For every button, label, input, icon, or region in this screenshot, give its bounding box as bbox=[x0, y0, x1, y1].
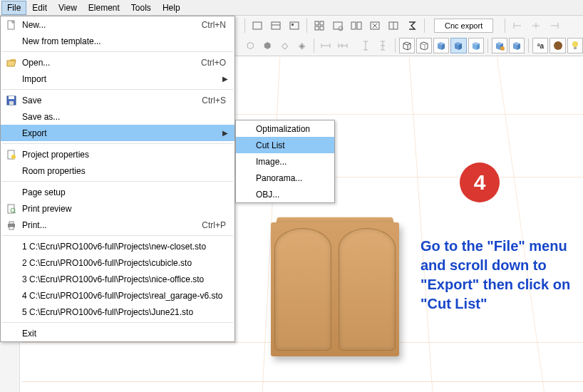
svg-point-31 bbox=[554, 41, 562, 50]
tool-icon[interactable] bbox=[286, 18, 303, 33]
view-hidden-icon[interactable] bbox=[416, 38, 432, 53]
new-file-icon bbox=[4, 20, 19, 30]
svg-rect-38 bbox=[9, 96, 14, 99]
menu-element[interactable]: Element bbox=[83, 1, 125, 15]
menu-recent-file[interactable]: 4 C:\Ecru\PRO100v6-full\Projects\real_ga… bbox=[1, 287, 234, 304]
tool-icon[interactable] bbox=[249, 18, 266, 33]
text-label-icon[interactable]: ªa bbox=[532, 38, 548, 53]
menu-help[interactable]: Help bbox=[157, 1, 186, 15]
dim-icon[interactable] bbox=[318, 38, 334, 53]
menu-print-preview[interactable]: Print preview bbox=[1, 200, 234, 217]
properties-icon bbox=[4, 150, 19, 160]
svg-rect-4 bbox=[292, 24, 294, 26]
dim-icon[interactable] bbox=[335, 38, 351, 53]
instruction-text: Go to the "File" menu and scroll down to… bbox=[421, 237, 574, 314]
menu-project-properties[interactable]: Project properties bbox=[1, 146, 234, 163]
folder-open-icon bbox=[4, 58, 19, 68]
align-icon[interactable] bbox=[527, 18, 545, 33]
view-extra2-icon[interactable] bbox=[509, 38, 525, 53]
svg-rect-39 bbox=[9, 101, 14, 105]
menu-tools[interactable]: Tools bbox=[125, 1, 157, 15]
svg-rect-47 bbox=[9, 227, 14, 229]
view-textured-icon[interactable] bbox=[468, 38, 484, 53]
tool-icon[interactable]: ⬢ bbox=[259, 38, 275, 53]
svg-rect-33 bbox=[574, 47, 577, 49]
menu-save[interactable]: Save Ctrl+S bbox=[1, 92, 234, 108]
tool-icon[interactable] bbox=[385, 18, 402, 33]
submenu-obj[interactable]: OBJ... bbox=[236, 186, 334, 202]
menu-export[interactable]: Export ▶ bbox=[1, 125, 234, 141]
light-icon[interactable] bbox=[567, 38, 583, 53]
tool-icon[interactable] bbox=[267, 18, 284, 33]
print-preview-icon bbox=[4, 204, 19, 214]
svg-rect-7 bbox=[315, 26, 319, 30]
cabinet-model[interactable] bbox=[271, 214, 399, 356]
svg-point-41 bbox=[11, 155, 16, 159]
tool-icon[interactable] bbox=[311, 18, 328, 33]
submenu-image[interactable]: Image... bbox=[236, 153, 334, 170]
view-shaded-icon[interactable] bbox=[450, 38, 466, 53]
export-submenu: Optimalization Cut List Image... Panoram… bbox=[235, 120, 335, 203]
submenu-cut-list[interactable]: Cut List bbox=[236, 137, 334, 153]
tool-icon[interactable] bbox=[329, 18, 346, 33]
submenu-arrow-icon: ▶ bbox=[222, 129, 229, 137]
menu-open[interactable]: Open... Ctrl+O bbox=[1, 54, 234, 71]
save-icon bbox=[4, 96, 19, 105]
svg-rect-0 bbox=[253, 22, 262, 29]
tool-icon[interactable]: ◇ bbox=[277, 38, 293, 53]
align-icon[interactable] bbox=[546, 18, 563, 33]
menu-recent-file[interactable]: 1 C:\Ecru\PRO100v6-full\Projects\new-clo… bbox=[1, 238, 234, 254]
menu-view[interactable]: View bbox=[53, 1, 83, 15]
svg-point-32 bbox=[572, 41, 578, 47]
align-icon[interactable] bbox=[509, 18, 526, 33]
tool-icon[interactable] bbox=[366, 18, 383, 33]
svg-rect-9 bbox=[334, 22, 342, 29]
view-wireframe-icon[interactable] bbox=[399, 38, 415, 53]
dim-icon[interactable] bbox=[358, 38, 373, 53]
tool-icon[interactable] bbox=[348, 18, 365, 33]
menu-recent-file[interactable]: 3 C:\Ecru\PRO100v6-full\Projects\nice-of… bbox=[1, 271, 234, 287]
menu-page-setup[interactable]: Page setup bbox=[1, 184, 234, 200]
svg-rect-1 bbox=[272, 22, 280, 29]
svg-rect-12 bbox=[357, 22, 361, 29]
tool-icon[interactable]: ⬡ bbox=[242, 38, 258, 53]
menu-save-as[interactable]: Save as... bbox=[1, 108, 234, 125]
svg-rect-6 bbox=[320, 21, 324, 25]
svg-rect-5 bbox=[315, 21, 319, 25]
menu-new-template[interactable]: New from template... bbox=[1, 33, 234, 49]
svg-rect-46 bbox=[9, 222, 14, 224]
print-icon bbox=[4, 220, 19, 230]
cnc-export-button[interactable]: Cnc export bbox=[434, 19, 493, 33]
svg-rect-8 bbox=[320, 26, 324, 30]
step-badge: 4 bbox=[460, 163, 500, 202]
svg-point-30 bbox=[500, 46, 505, 51]
menu-edit[interactable]: Edit bbox=[26, 1, 53, 15]
svg-rect-11 bbox=[351, 22, 356, 29]
submenu-optimalization[interactable]: Optimalization bbox=[236, 120, 334, 137]
menu-room-properties[interactable]: Room properties bbox=[1, 163, 234, 179]
menubar: File Edit View Element Tools Help bbox=[0, 0, 583, 16]
menu-import[interactable]: Import ▶ bbox=[1, 71, 234, 87]
material-icon[interactable] bbox=[550, 38, 565, 53]
sum-icon[interactable] bbox=[403, 18, 421, 33]
dim-icon[interactable] bbox=[375, 38, 391, 53]
menu-print[interactable]: Print... Ctrl+P bbox=[1, 217, 234, 233]
view-extra-icon[interactable] bbox=[492, 38, 507, 53]
menu-recent-file[interactable]: 5 C:\Ecru\PRO100v6-full\Projects\June21.… bbox=[1, 304, 234, 320]
menu-exit[interactable]: Exit bbox=[1, 325, 234, 341]
svg-rect-3 bbox=[290, 22, 299, 29]
view-solid-icon[interactable] bbox=[433, 38, 449, 53]
menu-file[interactable]: File bbox=[1, 1, 26, 15]
menu-new[interactable]: New... Ctrl+N bbox=[1, 16, 234, 33]
submenu-arrow-icon: ▶ bbox=[222, 75, 229, 83]
tool-icon[interactable]: ◈ bbox=[294, 38, 310, 53]
menu-recent-file[interactable]: 2 C:\Ecru\PRO100v6-full\Projects\cubicle… bbox=[1, 254, 234, 271]
submenu-panorama[interactable]: Panorama... bbox=[236, 170, 334, 186]
file-dropdown: New... Ctrl+N New from template... Open.… bbox=[0, 16, 235, 342]
